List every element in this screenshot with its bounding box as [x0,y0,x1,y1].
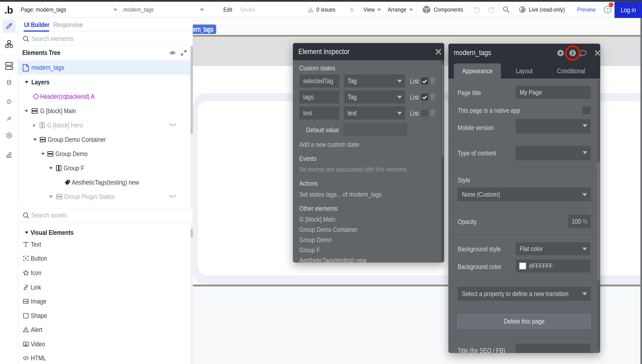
svg-text:?: ? [606,7,609,12]
